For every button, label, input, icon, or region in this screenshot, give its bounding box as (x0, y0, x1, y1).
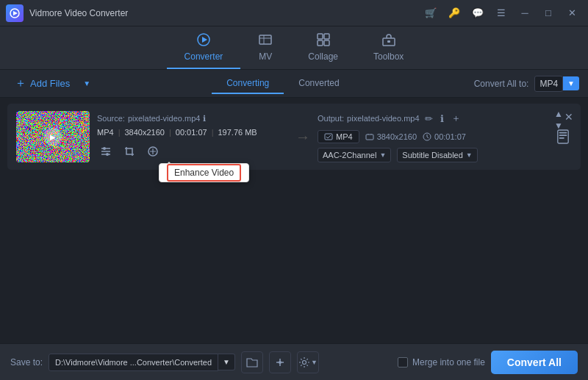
crop-button[interactable] (121, 143, 138, 160)
svg-rect-6 (324, 34, 329, 39)
maximize-icon[interactable]: □ (538, 3, 559, 24)
subtitle-value: Subtitle Disabled (402, 151, 463, 159)
key-icon[interactable]: 🔑 (444, 3, 465, 24)
audio-select[interactable]: AAC-2Channel ▼ (318, 148, 391, 162)
tab-toolbox-label: Toolbox (373, 51, 404, 62)
expand-up-button[interactable]: ▲ (554, 110, 563, 118)
arrow-icon: → (295, 129, 310, 146)
info-icon: ℹ (203, 114, 206, 123)
settings-bottom-button[interactable]: ▼ (297, 351, 319, 373)
converter-icon (196, 32, 211, 49)
output-label: Output: (318, 114, 344, 123)
convert-all-to-label: Convert All to: (474, 79, 529, 89)
audio-dropdown-arrow: ▼ (379, 151, 386, 159)
close-icon[interactable]: ✕ (562, 3, 582, 24)
effects-button[interactable] (269, 351, 291, 373)
output-format-badge: MP4 (318, 130, 359, 143)
convert-all-button[interactable]: Convert All (491, 351, 578, 374)
audio-value: AAC-2Channel (323, 151, 376, 159)
output-duration: 00:01:07 (423, 132, 466, 141)
add-files-button[interactable]: ＋ Add Files (9, 73, 76, 94)
toolbar: ＋ Add Files ▼ Converting Converted Conve… (0, 70, 588, 98)
file-item: ▶ Source: pixelated-video.mp4 ℹ MP4 | 38… (7, 104, 581, 170)
title-bar-controls: 🛒 🔑 💬 ☰ ─ □ ✕ (420, 3, 582, 24)
svg-marker-1 (13, 11, 18, 15)
content-area: ▶ Source: pixelated-video.mp4 ℹ MP4 | 38… (0, 98, 588, 347)
tab-mv-label: MV (259, 51, 272, 62)
title-bar: Vidmore Video Converter 🛒 🔑 💬 ☰ ─ □ ✕ (0, 0, 588, 26)
converting-tab[interactable]: Converting (212, 74, 284, 94)
svg-rect-7 (318, 40, 323, 46)
tab-toolbox[interactable]: Toolbox (356, 26, 421, 69)
add-files-label: Add Files (30, 78, 70, 89)
file-info: Source: pixelated-video.mp4 ℹ MP4 | 3840… (97, 114, 288, 160)
output-info-button[interactable]: ℹ (438, 112, 446, 125)
file-actions: Enhance Video (97, 143, 288, 160)
save-path-value: D:\Vidmore\Vidmore ...Converter\Converte… (55, 358, 212, 367)
svg-rect-10 (387, 40, 390, 43)
svg-point-21 (279, 361, 282, 364)
collage-icon (316, 32, 331, 49)
file-duration: 00:01:07 (176, 128, 207, 137)
source-label: Source: (97, 114, 125, 123)
expand-down-button[interactable]: ▼ (554, 121, 563, 130)
mv-icon (258, 32, 273, 49)
svg-rect-5 (318, 34, 323, 39)
app-logo (6, 4, 24, 22)
output-add-button[interactable]: ＋ (449, 111, 463, 126)
folder-button[interactable] (241, 351, 263, 373)
format-select[interactable]: MP4 (534, 76, 563, 92)
svg-point-11 (103, 147, 106, 150)
enhance-container: Enhance Video (144, 143, 162, 160)
svg-marker-3 (202, 37, 207, 43)
toolbox-icon (381, 32, 396, 49)
play-overlay[interactable]: ▶ (44, 128, 62, 146)
expand-buttons: ▲ ▼ (554, 110, 563, 130)
trim-button[interactable] (97, 143, 115, 160)
output-format-row: MP4 3840x2160 00:01:07 (318, 130, 547, 143)
svg-rect-18 (559, 132, 567, 134)
minimize-icon[interactable]: ─ (514, 3, 535, 24)
format-value: MP4 (539, 79, 558, 89)
tooltip-label: Enhance Video (167, 164, 241, 182)
convert-all-label: Convert All (507, 356, 562, 368)
tab-converter-label: Converter (184, 51, 223, 62)
file-format: MP4 (97, 128, 114, 137)
file-meta: MP4 | 3840x2160 | 00:01:07 | 197.76 MB (97, 128, 288, 137)
save-path-dropdown-button[interactable]: ▼ (218, 354, 235, 370)
tab-collage[interactable]: Collage (290, 26, 356, 69)
tab-mv[interactable]: MV (240, 26, 290, 69)
menu-icon[interactable]: ☰ (491, 3, 512, 24)
svg-point-12 (106, 153, 109, 156)
bottom-bar: Save to: D:\Vidmore\Vidmore ...Converter… (0, 343, 588, 380)
add-files-dropdown-button[interactable]: ▼ (82, 76, 92, 90)
checkbox-box (398, 357, 408, 368)
svg-rect-4 (259, 35, 271, 44)
feedback-icon[interactable]: 💬 (467, 3, 488, 24)
format-dropdown-button[interactable]: ▼ (563, 76, 579, 90)
svg-rect-15 (366, 135, 373, 140)
save-path-container: D:\Vidmore\Vidmore ...Converter\Converte… (49, 354, 235, 371)
output-source-row: Output: pixelated-video.mp4 ✏ ℹ ＋ (318, 111, 547, 126)
svg-rect-14 (325, 134, 332, 140)
svg-rect-20 (559, 137, 564, 139)
output-filename: pixelated-video.mp4 (347, 114, 419, 123)
file-size: 197.76 MB (218, 128, 257, 137)
file-source: Source: pixelated-video.mp4 ℹ (97, 114, 288, 123)
svg-rect-19 (559, 135, 567, 136)
subtitle-select[interactable]: Subtitle Disabled ▼ (397, 148, 477, 162)
cart-icon[interactable]: 🛒 (420, 3, 441, 24)
enhance-button[interactable] (144, 143, 162, 160)
merge-checkbox[interactable]: Merge into one file (398, 357, 485, 368)
tab-collage-label: Collage (308, 51, 338, 62)
output-info: Output: pixelated-video.mp4 ✏ ℹ ＋ MP4 38… (318, 111, 547, 162)
svg-rect-17 (558, 130, 568, 143)
edit-output-button[interactable]: ✏ (423, 112, 435, 125)
app-title: Vidmore Video Converter (29, 8, 420, 18)
tab-converter[interactable]: Converter (167, 26, 241, 69)
remove-button[interactable]: ✕ (563, 110, 575, 124)
svg-rect-8 (324, 40, 329, 46)
save-path-input[interactable]: D:\Vidmore\Vidmore ...Converter\Converte… (49, 354, 218, 371)
output-audio-row: AAC-2Channel ▼ Subtitle Disabled ▼ (318, 148, 547, 162)
converted-tab[interactable]: Converted (284, 74, 354, 94)
